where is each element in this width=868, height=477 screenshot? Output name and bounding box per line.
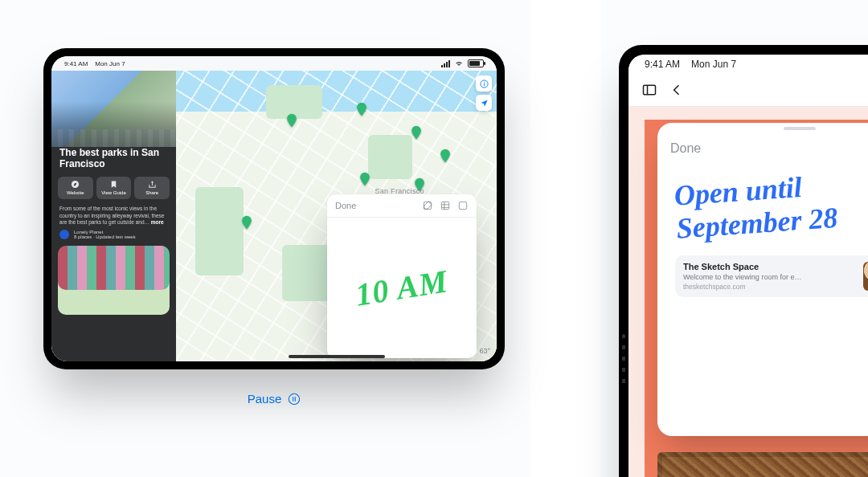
svg-rect-5 [441, 202, 448, 209]
ipad-left-screen: 9:41 AM Mon Jun 7 × The best parks in Sa… [51, 56, 497, 361]
svg-rect-3 [484, 81, 485, 82]
quick-note-window[interactable]: Done 10 AM [327, 194, 477, 358]
guide-hero-image [51, 71, 176, 147]
quick-note-toolbar: Done [327, 194, 477, 218]
map-pin[interactable] [357, 171, 373, 187]
map-tools [476, 75, 492, 111]
done-button[interactable]: Done [335, 201, 356, 210]
view-guide-label: View Guide [101, 190, 126, 195]
guide-gallery-card[interactable] [58, 246, 170, 315]
status-bar: 9:41 AM Mon Jun 7 [628, 55, 868, 74]
status-time: 9:41 AM [645, 59, 680, 70]
link-preview-card[interactable]: The Sketch Space Welcome to the viewing … [675, 255, 868, 297]
maps-app: × The best parks in San Francisco Websit… [51, 71, 497, 361]
pause-label: Pause [248, 392, 282, 406]
guide-title[interactable]: The best parks in San Francisco [51, 147, 176, 177]
share-label: Share [145, 190, 158, 195]
map-canvas[interactable]: San Francisco 63° Done [176, 71, 497, 361]
svg-rect-2 [484, 83, 485, 85]
guide-actions-row: Website View Guide Share [51, 177, 176, 206]
quick-note-body[interactable]: 10 AM [327, 218, 477, 358]
link-title: The Sketch Space [683, 262, 855, 271]
ipad-left-device: 9:41 AM Mon Jun 7 × The best parks in Sa… [43, 48, 505, 369]
battery-icon [468, 59, 484, 67]
guide-gallery [51, 246, 176, 315]
map-pin[interactable] [408, 124, 424, 141]
status-date: Mon Jun 7 [95, 60, 125, 67]
status-left: 9:41 AM Mon Jun 7 [64, 60, 125, 67]
map-pin[interactable] [239, 214, 255, 230]
link-description: Welcome to the viewing room for e… [683, 273, 828, 281]
map-pin[interactable] [437, 148, 453, 164]
locate-button[interactable] [476, 95, 492, 111]
sidebar-icon[interactable] [641, 82, 657, 98]
status-bar: 9:41 AM Mon Jun 7 [51, 56, 497, 71]
svg-rect-6 [459, 202, 466, 209]
map-pin[interactable] [284, 112, 300, 128]
map-pin[interactable] [354, 101, 370, 117]
pause-button[interactable]: Pause [43, 392, 505, 406]
share-icon [148, 180, 157, 189]
wifi-icon [455, 59, 463, 67]
map-temperature: 63° [479, 347, 490, 355]
pause-icon [288, 393, 301, 406]
ipad-right-device: 9:41 AM Mon Jun 7 Done Open until [619, 45, 868, 477]
link-url: thesketchspace.com [683, 283, 855, 291]
compose-icon[interactable] [422, 200, 433, 211]
link-thumbnail [863, 262, 868, 291]
quick-note-toolbar: Done [657, 134, 868, 163]
svg-rect-8 [644, 85, 656, 95]
more-link[interactable]: more [151, 219, 164, 225]
webpage-body[interactable]: Done Open until September 28 The Sketch … [628, 107, 868, 477]
drag-handle[interactable] [657, 123, 868, 134]
done-button[interactable]: Done [670, 141, 701, 156]
quick-note-body[interactable]: Open until September 28 The Sketch Space… [657, 163, 868, 297]
safari-toolbar [628, 74, 868, 107]
guide-source[interactable]: Lonely Planet 8 places · Updated last we… [51, 226, 176, 246]
compass-icon [71, 180, 80, 189]
note-handwriting: 10 AM [353, 262, 451, 314]
svg-point-7 [289, 393, 300, 404]
quick-note-card[interactable]: Done Open until September 28 The Sketch … [657, 123, 868, 436]
guide-description: From some of the most iconic views in th… [51, 206, 176, 226]
bookmark-icon [109, 180, 118, 189]
back-icon[interactable] [669, 82, 685, 98]
home-indicator[interactable] [289, 355, 385, 358]
share-button[interactable]: Share [134, 177, 170, 199]
publisher-meta: 8 places · Updated last week [74, 234, 136, 239]
info-button[interactable] [476, 75, 492, 92]
status-date: Mon Jun 7 [691, 59, 736, 70]
map-pin[interactable] [411, 177, 428, 193]
ipad-right-screen: 9:41 AM Mon Jun 7 Done Open until [628, 55, 868, 477]
webpage-image [657, 452, 868, 477]
table-icon[interactable] [440, 200, 451, 211]
website-label: Website [67, 190, 84, 195]
status-time: 9:41 AM [64, 60, 88, 67]
maps-guide-panel: × The best parks in San Francisco Websit… [51, 71, 176, 361]
park-region [368, 135, 412, 179]
publisher-avatar [59, 230, 69, 239]
status-right [441, 59, 484, 67]
park-region [195, 187, 244, 275]
expand-icon[interactable] [457, 200, 469, 211]
cellular-icon [441, 60, 450, 67]
website-button[interactable]: Website [58, 177, 93, 199]
view-guide-button[interactable]: View Guide [96, 177, 132, 199]
